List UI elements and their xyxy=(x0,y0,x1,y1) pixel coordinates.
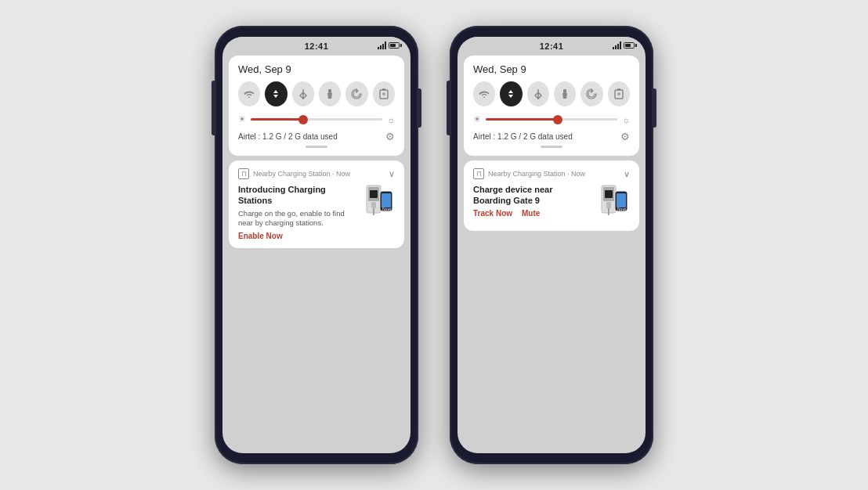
notif-meta-2: Nearby Charging Station · Now xyxy=(473,168,585,179)
notif-expand-2[interactable]: ∨ xyxy=(624,169,630,179)
svg-rect-5 xyxy=(370,190,378,198)
svg-rect-11 xyxy=(563,89,566,93)
notif-image-1: Nowi xyxy=(360,184,395,223)
screen-content-2: Wed, Sep 9 xyxy=(458,52,646,453)
notif-action1-1[interactable]: Enable Now xyxy=(238,232,354,240)
date-label-2: Wed, Sep 9 xyxy=(473,63,630,75)
quick-panel-2: Wed, Sep 9 xyxy=(464,56,639,156)
phone-1-screen: 12:41 Wed, Sep 9 xyxy=(222,37,410,453)
quick-icons-2 xyxy=(473,81,630,106)
notif-expand-1[interactable]: ∨ xyxy=(389,169,395,179)
svg-rect-16 xyxy=(605,190,613,198)
notif-source-1: Nearby Charging Station · Now xyxy=(253,170,350,178)
notif-body-2: Charge device near Boarding Gate 9 Track… xyxy=(473,184,630,223)
time-1: 12:41 xyxy=(305,41,329,51)
screen-content-1: Wed, Sep 9 xyxy=(222,52,410,453)
data-usage-row-1: Airtel : 1.2 G / 2 G data used ⚙ xyxy=(238,131,395,142)
data-usage-text-1: Airtel : 1.2 G / 2 G data used xyxy=(238,132,338,141)
notification-card-1: Nearby Charging Station · Now ∨ Introduc… xyxy=(229,160,404,248)
brightness-slider-2[interactable] xyxy=(486,118,617,121)
quick-panel-1: Wed, Sep 9 xyxy=(229,56,404,156)
svg-rect-17 xyxy=(606,202,611,208)
svg-rect-0 xyxy=(328,89,331,93)
brightness-low-icon-1: ☀ xyxy=(238,114,246,124)
phone-2: 12:41 Wed, Sep 9 xyxy=(450,26,653,464)
svg-rect-9 xyxy=(382,193,391,207)
brightness-auto-icon-1: ☼ xyxy=(387,115,395,124)
flashlight-icon-2[interactable] xyxy=(554,81,576,106)
bluetooth-icon-2[interactable] xyxy=(527,81,549,106)
wifi-icon-2[interactable] xyxy=(473,81,495,106)
notif-title-1: Introducing Charging Stations xyxy=(238,184,354,207)
data-usage-text-2: Airtel : 1.2 G / 2 G data used xyxy=(473,132,573,141)
svg-rect-13 xyxy=(617,88,620,91)
settings-icon-2[interactable]: ⚙ xyxy=(620,131,630,142)
phone-1: 12:41 Wed, Sep 9 xyxy=(215,26,418,464)
notif-action2-2[interactable]: Mute xyxy=(522,209,540,218)
brightness-low-icon-2: ☀ xyxy=(473,114,481,124)
time-2: 12:41 xyxy=(540,41,564,51)
signal-icon-1 xyxy=(378,41,386,49)
notif-title-2: Charge device near Boarding Gate 9 xyxy=(473,184,589,207)
signal-icon-2 xyxy=(613,41,621,49)
notif-action1-2[interactable]: Track Now xyxy=(473,209,512,218)
notif-text-area-1: Introducing Charging Stations Charge on … xyxy=(238,184,354,240)
notif-actions-row-2: Track Now Mute xyxy=(473,209,589,218)
flashlight-icon-1[interactable] xyxy=(319,81,341,106)
rotation-icon-2[interactable] xyxy=(580,81,602,106)
settings-icon-1[interactable]: ⚙ xyxy=(385,131,395,142)
data-toggle-icon-1[interactable] xyxy=(265,81,287,106)
notif-image-2: Nowi xyxy=(595,184,630,223)
svg-rect-6 xyxy=(371,202,376,208)
battery-icon-1 xyxy=(389,42,400,49)
notif-text-area-2: Charge device near Boarding Gate 9 Track… xyxy=(473,184,589,218)
battery-save-icon-1[interactable] xyxy=(373,81,395,106)
svg-text:Nowi: Nowi xyxy=(617,207,626,211)
data-toggle-icon-2[interactable] xyxy=(500,81,522,106)
quick-icons-1 xyxy=(238,81,395,106)
brightness-row-2: ☀ ☼ xyxy=(473,114,630,124)
rotation-icon-1[interactable] xyxy=(345,81,367,106)
bluetooth-icon-1[interactable] xyxy=(292,81,314,106)
svg-rect-20 xyxy=(617,193,626,207)
notif-app-icon-2 xyxy=(473,168,484,179)
notif-body-1: Introducing Charging Stations Charge on … xyxy=(238,184,395,240)
data-usage-row-2: Airtel : 1.2 G / 2 G data used ⚙ xyxy=(473,131,630,142)
notif-desc-1: Charge on the go, enable to find near by… xyxy=(238,209,354,229)
brightness-auto-icon-2: ☼ xyxy=(622,115,630,124)
brightness-row-1: ☀ ☼ xyxy=(238,114,395,124)
notification-card-2: Nearby Charging Station · Now ∨ Charge d… xyxy=(464,160,639,231)
date-label-1: Wed, Sep 9 xyxy=(238,63,395,75)
battery-icon-2 xyxy=(624,42,635,49)
wifi-icon-1[interactable] xyxy=(238,81,260,106)
panel-handle-1 xyxy=(306,146,327,148)
notif-header-1: Nearby Charging Station · Now ∨ xyxy=(238,168,395,179)
status-icons-2 xyxy=(613,41,635,49)
brightness-slider-1[interactable] xyxy=(251,118,382,121)
panel-handle-2 xyxy=(541,146,562,148)
status-bar-2: 12:41 xyxy=(458,37,646,52)
notif-app-icon-1 xyxy=(238,168,249,179)
status-bar-1: 12:41 xyxy=(222,37,410,52)
notif-header-2: Nearby Charging Station · Now ∨ xyxy=(473,168,630,179)
notif-meta-1: Nearby Charging Station · Now xyxy=(238,168,350,179)
notif-source-2: Nearby Charging Station · Now xyxy=(488,170,585,178)
phone-2-screen: 12:41 Wed, Sep 9 xyxy=(458,37,646,453)
svg-text:Nowi: Nowi xyxy=(382,207,391,211)
battery-save-icon-2[interactable] xyxy=(608,81,630,106)
status-icons-1 xyxy=(378,41,400,49)
svg-rect-2 xyxy=(382,88,385,91)
